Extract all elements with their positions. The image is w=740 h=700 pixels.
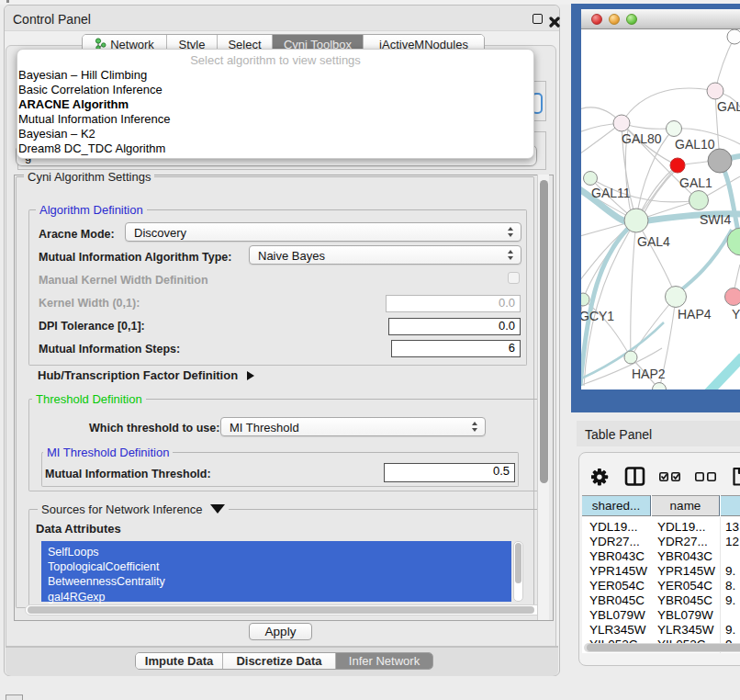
svg-text:GAL4: GAL4 [637,234,670,249]
svg-text:SWI4: SWI4 [700,212,731,227]
svg-text:Y: Y [732,307,740,322]
svg-text:GAL1: GAL1 [679,175,712,190]
svg-text:HAP2: HAP2 [632,367,666,381]
svg-text:HAP4: HAP4 [678,307,712,322]
svg-text:GAL11: GAL11 [591,186,631,200]
svg-text:GAL: GAL [717,99,740,114]
svg-text:GCY1: GCY1 [581,309,614,323]
svg-text:GAL10: GAL10 [675,137,715,152]
svg-text:GAL80: GAL80 [622,131,662,146]
